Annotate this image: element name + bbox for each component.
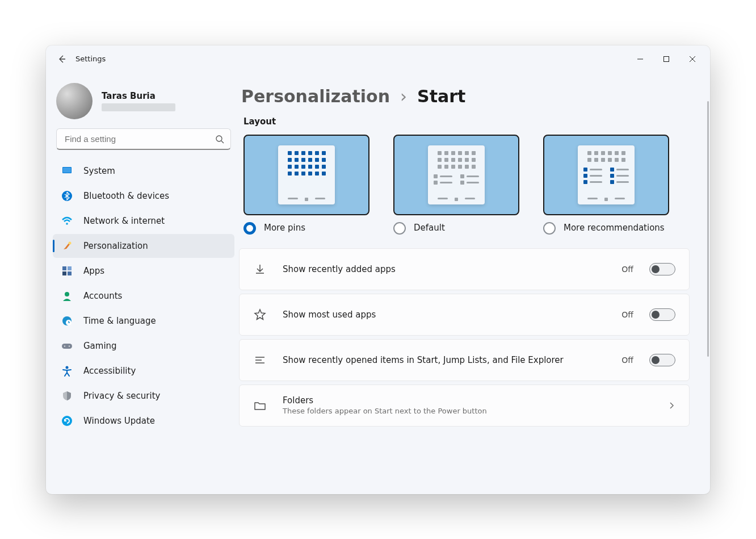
sidebar-item-label: Personalization: [83, 241, 148, 251]
toggle-switch[interactable]: [649, 308, 675, 321]
avatar: [56, 83, 93, 119]
radio-label: More recommendations: [564, 222, 665, 233]
svg-point-15: [64, 345, 65, 346]
svg-point-17: [66, 366, 69, 369]
search-icon: [215, 135, 224, 144]
sidebar-item-apps[interactable]: Apps: [53, 259, 234, 283]
update-icon: [61, 415, 73, 427]
sidebar-item-time-language[interactable]: Time & language: [53, 309, 234, 333]
radio-label: More pins: [264, 222, 305, 233]
toggle-state-label: Off: [621, 310, 633, 319]
star-icon: [253, 308, 267, 321]
list-icon: [253, 354, 267, 366]
svg-point-16: [69, 345, 70, 346]
sidebar-item-bluetooth[interactable]: Bluetooth & devices: [53, 184, 234, 208]
toggle-switch[interactable]: [649, 354, 675, 366]
chevron-right-icon: [667, 402, 675, 410]
accessibility-icon: [61, 365, 73, 377]
setting-recently-added[interactable]: Show recently added apps Off: [239, 248, 690, 290]
back-button[interactable]: [53, 50, 71, 68]
sidebar-item-personalization[interactable]: Personalization: [53, 234, 234, 258]
sidebar-item-label: Gaming: [83, 341, 117, 351]
profile-name: Taras Buria: [102, 91, 175, 101]
svg-point-6: [69, 241, 72, 244]
bluetooth-icon: [61, 190, 73, 202]
search-wrap: [56, 128, 231, 150]
sidebar-item-network[interactable]: Network & internet: [53, 209, 234, 233]
radio-icon: [393, 222, 406, 235]
clock-globe-icon: [61, 315, 73, 327]
sidebar-item-label: Accessibility: [83, 366, 136, 376]
sidebar-item-label: Apps: [83, 266, 104, 276]
toggle-switch[interactable]: [649, 263, 675, 275]
maximize-button[interactable]: [653, 50, 679, 68]
folder-icon: [253, 399, 267, 412]
svg-rect-7: [62, 266, 66, 270]
settings-window: Settings Taras Buria: [46, 45, 710, 494]
layout-section-label: Layout: [239, 116, 694, 127]
svg-rect-10: [68, 271, 72, 275]
scrollbar[interactable]: [707, 101, 709, 357]
brush-icon: [61, 240, 73, 252]
sidebar-item-accessibility[interactable]: Accessibility: [53, 359, 234, 383]
sidebar-item-privacy[interactable]: Privacy & security: [53, 384, 234, 408]
radio-more-recommendations[interactable]: More recommendations: [543, 222, 669, 235]
main-content: Personalization › Start Layout: [239, 73, 710, 494]
gamepad-icon: [61, 340, 73, 352]
sidebar-item-accounts[interactable]: Accounts: [53, 284, 234, 308]
titlebar: Settings: [46, 45, 710, 73]
shield-icon: [61, 390, 73, 402]
apps-icon: [61, 265, 73, 277]
setting-subtitle: These folders appear on Start next to th…: [283, 407, 652, 415]
sidebar-item-system[interactable]: System: [53, 159, 234, 183]
sidebar-item-update[interactable]: Windows Update: [53, 409, 234, 433]
profile-section[interactable]: Taras Buria: [53, 80, 234, 128]
sidebar-item-label: Privacy & security: [83, 391, 160, 401]
svg-point-11: [65, 292, 69, 296]
layout-preview-more-recommendations[interactable]: [543, 135, 669, 215]
svg-rect-8: [68, 266, 72, 270]
layout-preview-more-pins[interactable]: [243, 135, 369, 215]
nav-list: System Bluetooth & devices Network & int…: [53, 159, 234, 433]
maximize-icon: [663, 56, 670, 62]
sidebar-item-label: Accounts: [83, 291, 122, 301]
setting-recently-opened[interactable]: Show recently opened items in Start, Jum…: [239, 339, 690, 381]
page-title: Start: [417, 86, 465, 106]
close-icon: [689, 56, 696, 62]
setting-label: Show recently opened items in Start, Jum…: [283, 355, 606, 365]
sidebar-item-label: Windows Update: [83, 416, 155, 426]
search-input[interactable]: [56, 128, 231, 150]
profile-email-redacted: [102, 103, 175, 111]
layout-preview-default[interactable]: [393, 135, 519, 215]
svg-rect-14: [62, 344, 72, 349]
layout-radio-row: More pins Default More recommendations: [239, 222, 694, 235]
breadcrumb-parent[interactable]: Personalization: [241, 86, 390, 106]
svg-rect-9: [62, 271, 66, 275]
setting-label: Show recently added apps: [283, 264, 606, 274]
svg-point-1: [216, 136, 222, 141]
display-icon: [61, 165, 73, 177]
arrow-left-icon: [57, 55, 66, 64]
wifi-icon: [61, 215, 73, 227]
minimize-icon: [637, 56, 644, 62]
window-controls: [627, 50, 705, 68]
setting-label: Show most used apps: [283, 310, 606, 320]
setting-most-used[interactable]: Show most used apps Off: [239, 294, 690, 336]
setting-folders[interactable]: Folders These folders appear on Start ne…: [239, 385, 690, 427]
radio-default[interactable]: Default: [393, 222, 519, 235]
minimize-button[interactable]: [627, 50, 653, 68]
toggle-state-label: Off: [621, 356, 633, 365]
radio-more-pins[interactable]: More pins: [243, 222, 369, 235]
svg-rect-0: [664, 56, 669, 61]
download-icon: [253, 263, 267, 275]
sidebar-item-label: Network & internet: [83, 216, 165, 226]
breadcrumb: Personalization › Start: [239, 86, 694, 106]
radio-icon: [243, 222, 256, 235]
svg-point-18: [62, 416, 72, 426]
sidebar-item-label: Time & language: [83, 316, 156, 326]
person-icon: [61, 290, 73, 302]
sidebar-item-gaming[interactable]: Gaming: [53, 334, 234, 358]
radio-label: Default: [414, 222, 445, 233]
close-button[interactable]: [679, 50, 705, 68]
setting-label: Folders: [283, 395, 652, 406]
